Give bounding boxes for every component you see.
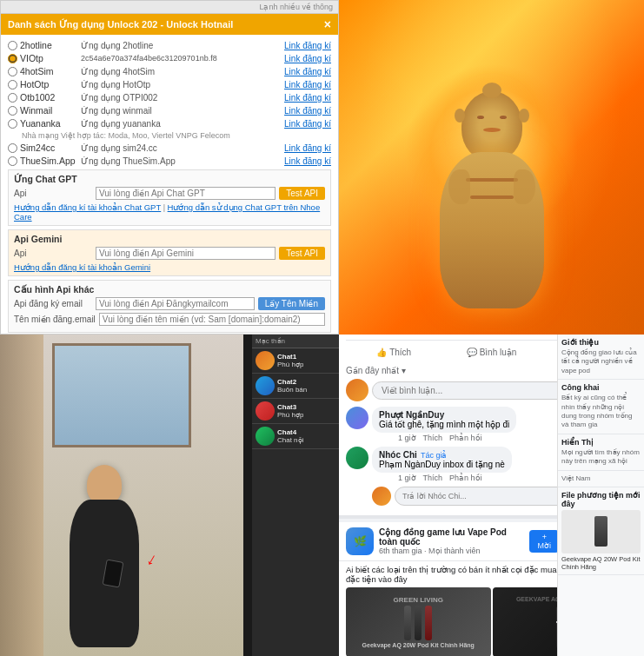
- gmail-input[interactable]: [96, 297, 255, 310]
- chat-text-1: Chat1 Phú hợp: [277, 353, 303, 368]
- group-info: Cộng đồng game lưu Vape Pod toàn quốc 6t…: [379, 527, 524, 555]
- main-grid: Lạnh nhiều về thông Danh sách Ứng dụng U…: [0, 0, 644, 656]
- sidebar-chat-item-4: Chat4 Chat nội: [252, 424, 339, 449]
- settings-header: Danh sách Ứng dụng Unlock 202 - Unlock H…: [1, 14, 338, 35]
- link-viotp[interactable]: Link đăng kí: [284, 54, 331, 63]
- chatgpt-hints: Hướng dẫn đăng kí tài khoản Chat GPT | H…: [14, 202, 325, 222]
- gemini-hint[interactable]: Hướng dẫn đăng kí tài khoản Gemini: [14, 262, 150, 272]
- fb-sidebar: Giới thiệu Cộng đồng giao lưu của tất cả…: [557, 335, 644, 656]
- chatgpt-test-btn[interactable]: Test API: [279, 187, 325, 200]
- video-main: [0, 335, 243, 656]
- radio-4hotsim[interactable]: [8, 67, 17, 76]
- subdomain-label: Tên miền đăng.email: [14, 315, 96, 324]
- gmail-label: Api đăng ký email: [14, 299, 92, 308]
- radio-2hotline[interactable]: [8, 41, 17, 50]
- gemini-api-label: Api: [14, 248, 92, 258]
- avatar-2: [256, 376, 275, 395]
- sidebar-chat-item-1: Chat1 Phú hợp: [252, 348, 339, 374]
- top-bar: Lạnh nhiều về thông: [1, 1, 338, 14]
- sidebar-files: File phương tiện mới đây Geekvape AQ 20W…: [558, 487, 644, 575]
- buddha-figure: [422, 91, 561, 335]
- radio-label-sim24cc[interactable]: Sim24cc: [8, 142, 77, 153]
- comment-input[interactable]: [372, 381, 586, 400]
- description-row: Nhà mạng Việt hợp tác: Moda, Moo, Vierte…: [8, 131, 331, 140]
- product-image-1[interactable]: GREEN LIVING Geekvape AQ 20W Pod Kit Chí…: [346, 587, 491, 656]
- radio-yuananka[interactable]: [8, 119, 17, 129]
- radio-row-otb1002: Otb1002 Ứng dụng OTPI002 Link đăng kí: [8, 92, 331, 103]
- sidebar-open: Công khai Bất kỳ ai cũng có thể nhìn thấ…: [558, 380, 644, 434]
- gmail-row: Api đăng ký email Lấy Tên Miền: [14, 297, 325, 310]
- link-thuesim[interactable]: Link đăng kí: [284, 156, 331, 166]
- thumbs-up-icon: 👍: [376, 348, 387, 357]
- radio-label-otb1002[interactable]: Otb1002: [8, 92, 77, 103]
- link-sim24cc[interactable]: Link đăng kí: [284, 143, 331, 153]
- gemini-title: Api Gemini: [14, 234, 325, 244]
- gemini-api-row: Api Test API: [14, 247, 325, 260]
- radio-label-thuesim[interactable]: ThueSim.App: [8, 156, 77, 166]
- radio-winmail[interactable]: [8, 106, 17, 116]
- link-hototp[interactable]: Link đăng kí: [284, 80, 331, 89]
- radio-label-2hotline[interactable]: 2hotline: [8, 40, 77, 50]
- link-winmail[interactable]: Link đăng kí: [284, 106, 331, 116]
- subdomain-row: Tên miền đăng.email: [14, 313, 325, 326]
- radio-sim24cc[interactable]: [8, 143, 17, 153]
- settings-title: Danh sách Ứng dụng Unlock 202 - Unlock H…: [8, 19, 233, 30]
- link-otb1002[interactable]: Link đăng kí: [284, 93, 331, 103]
- chatgpt-api-row: Api Test API: [14, 187, 325, 200]
- chatgpt-title: Ứng Chat GPT: [14, 174, 325, 184]
- gemini-test-btn[interactable]: Test API: [279, 247, 325, 260]
- comment-content-2: Nhóc Chi Tác giả Phạm NgànDuy inbox đi t…: [372, 447, 512, 482]
- like-button[interactable]: 👍 Thích: [346, 344, 442, 361]
- avatar-3: [256, 401, 275, 421]
- comment-content-1: Phượt NgầnDuy Giá tốt ghê, tặng mình một…: [372, 407, 516, 442]
- radio-row-4hotsim: 4hotSim Ứng dụng 4hotSim Link đăng kí: [8, 66, 331, 76]
- gemini-section: Api Gemini Api Test API Hướng dẫn đăng k…: [8, 229, 331, 276]
- radio-row-sim24cc: Sim24cc Ứng dụng sim24.cc Link đăng kí: [8, 142, 331, 153]
- radio-viotp[interactable]: [8, 54, 17, 63]
- settings-panel: Lạnh nhiều về thông Danh sách Ứng dụng U…: [0, 0, 339, 335]
- buddha-head: [461, 91, 522, 161]
- chatgpt-api-label: Api: [14, 189, 92, 198]
- radio-row-thuesim: ThueSim.App Ứng dụng ThueSim.App Link đă…: [8, 156, 331, 166]
- radio-thuesim[interactable]: [8, 156, 17, 166]
- radio-row-2hotline: 2hotline Ứng dụng 2hotline Link đăng kí: [8, 40, 331, 50]
- sidebar-header: Mạc thần: [252, 335, 339, 348]
- chat-text-3: Chat3 Phú hợp: [277, 403, 303, 419]
- close-icon[interactable]: ×: [324, 17, 331, 31]
- sidebar-product-name: Geekvape AQ 20W Pod Kit Chính Hãng: [561, 555, 641, 571]
- comment-bubble-1: Phượt NgầnDuy Giá tốt ghê, tặng mình một…: [372, 407, 516, 433]
- link-4hotsim[interactable]: Link đăng kí: [284, 67, 331, 76]
- comment-button[interactable]: 💬 Bình luận: [443, 344, 539, 361]
- chatgpt-api-input[interactable]: [96, 187, 276, 200]
- curtain-left: [0, 335, 43, 656]
- get-email-btn[interactable]: Lấy Tên Miền: [258, 297, 325, 310]
- person: [70, 465, 139, 647]
- facebook-panel: 1 👍 Thích 💬 Bình luận 📤 Gửi: [339, 335, 644, 656]
- gemini-api-input[interactable]: [96, 247, 276, 260]
- radio-row-yuananka: Yuananka Ứng dụng yuananka Link đăng kí: [8, 118, 331, 129]
- chat-text-2: Chat2 Buôn bán: [277, 378, 307, 394]
- gemini-hint-row: Hướng dẫn đăng kí tài khoản Gemini: [14, 262, 325, 272]
- group-avatar: 🌿: [346, 527, 374, 555]
- radio-otb1002[interactable]: [8, 93, 17, 103]
- radio-label-yuananka[interactable]: Yuananka: [8, 118, 77, 129]
- buddha-body: [440, 152, 544, 308]
- radio-label-hototp[interactable]: HotOtp: [8, 79, 77, 89]
- chatgpt-hint-1[interactable]: Hướng dẫn đăng kí tài khoản Chat GPT: [14, 202, 161, 212]
- radio-hototp[interactable]: [8, 80, 17, 89]
- link-yuananka[interactable]: Link đăng kí: [284, 119, 331, 129]
- radio-row-viotp: VIOtp 2c54a6e70a374fa4be6c31209701nb.f8 …: [8, 53, 331, 63]
- join-btn[interactable]: + Mời: [529, 530, 559, 553]
- radio-label-4hotsim[interactable]: 4hotSim: [8, 66, 77, 76]
- comment-bubble-2: Nhóc Chi Tác giả Phạm NgànDuy inbox đi t…: [372, 447, 512, 473]
- sidebar-visible: Hiển Thị Mọi người tìm thấy nhóm này trê…: [558, 434, 644, 471]
- chatgpt-section: Ứng Chat GPT Api Test API Hướng dẫn đăng…: [8, 169, 331, 226]
- radio-label-winmail[interactable]: Winmail: [8, 105, 77, 116]
- sidebar-chat-item-3: Chat3 Phú hợp: [252, 399, 339, 424]
- link-2hotline[interactable]: Link đăng kí: [284, 41, 331, 50]
- buddha-visual: [339, 0, 644, 335]
- subdomain-input[interactable]: [99, 313, 325, 326]
- top-bar-text: Lạnh nhiều về thông: [259, 3, 333, 11]
- sidebar-chat-item-2: Chat2 Buôn bán: [252, 374, 339, 399]
- radio-label-viotp[interactable]: VIOtp: [8, 53, 77, 63]
